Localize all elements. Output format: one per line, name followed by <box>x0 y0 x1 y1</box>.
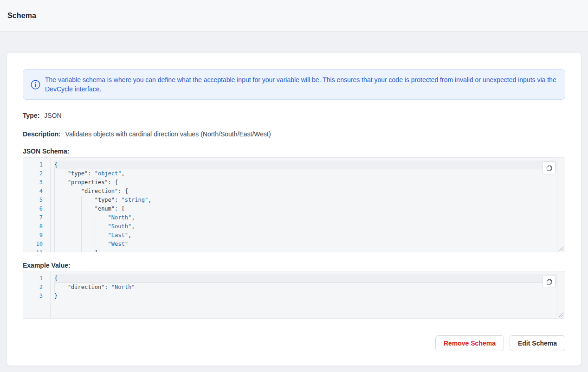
line-number: 8 <box>23 222 50 231</box>
code-line: "West" <box>54 240 557 249</box>
type-value: JSON <box>44 112 61 119</box>
alert-text: The variable schema is where you can def… <box>45 75 557 94</box>
line-number: 3 <box>23 292 50 301</box>
info-icon <box>31 80 40 90</box>
remove-schema-button[interactable]: Remove Schema <box>435 335 504 351</box>
description-label: Description: <box>23 130 61 138</box>
editor-right-divider <box>557 158 557 252</box>
schema-card: The variable schema is where you can def… <box>6 52 582 366</box>
json-schema-editor[interactable]: 1234567891011 { "type": "object", "prope… <box>23 157 565 252</box>
info-alert: The variable schema is where you can def… <box>23 69 565 100</box>
line-number: 6 <box>23 205 50 213</box>
edit-schema-button[interactable]: Edit Schema <box>510 335 565 351</box>
description-row: Description: Validates objects with card… <box>23 129 565 139</box>
line-number: 4 <box>23 187 50 196</box>
line-number: 1 <box>23 160 50 169</box>
line-number: 5 <box>23 196 50 205</box>
resize-grip-icon[interactable] <box>558 245 564 251</box>
editor-code-content[interactable]: { "direction": "North"} <box>51 271 557 318</box>
type-label: Type: <box>23 112 39 119</box>
example-value-label: Example Value: <box>23 262 71 269</box>
editor-gutter: 1234567891011 <box>23 158 51 252</box>
editor-right-divider <box>557 271 557 318</box>
code-line: "direction": "North" <box>54 283 557 292</box>
line-number: 2 <box>23 169 50 178</box>
code-line: "type": "string", <box>54 196 557 205</box>
type-row: Type: JSON <box>23 111 565 120</box>
code-line: { <box>54 274 557 283</box>
page-title: Schema <box>7 12 36 20</box>
code-line: "type": "object", <box>54 169 557 178</box>
action-buttons-row: Remove Schema Edit Schema <box>23 335 565 351</box>
line-number: 11 <box>23 249 50 252</box>
example-value-label-row: Example Value: <box>23 261 565 270</box>
line-number: 2 <box>23 283 50 292</box>
line-number: 3 <box>23 178 50 187</box>
code-line: "South", <box>54 222 557 231</box>
description-value: Validates objects with cardinal directio… <box>65 130 271 138</box>
copy-button[interactable] <box>543 275 556 288</box>
line-number: 7 <box>23 213 50 222</box>
editor-code-content[interactable]: { "type": "object", "properties": { "dir… <box>51 158 557 252</box>
json-schema-label: JSON Schema: <box>23 148 69 155</box>
code-line: } <box>54 292 557 301</box>
code-line: ] <box>54 249 557 252</box>
line-number: 1 <box>23 274 50 283</box>
resize-grip-icon[interactable] <box>558 312 564 317</box>
line-number: 10 <box>23 240 50 249</box>
code-line: "enum": [ <box>54 205 557 213</box>
json-schema-label-row: JSON Schema: <box>23 147 565 156</box>
line-number: 9 <box>23 231 50 240</box>
editor-gutter: 123 <box>23 271 51 318</box>
page-header: Schema <box>0 0 588 32</box>
code-line: "North", <box>54 213 557 222</box>
code-line: "properties": { <box>54 178 557 187</box>
main-content: The variable schema is where you can def… <box>0 32 588 372</box>
code-line: "East", <box>54 231 557 240</box>
copy-button[interactable] <box>543 161 556 174</box>
example-value-editor[interactable]: 123 { "direction": "North"} <box>23 271 565 319</box>
copy-icon <box>546 278 553 285</box>
copy-icon <box>546 165 553 172</box>
code-line: { <box>54 160 557 169</box>
code-line: "direction": { <box>54 187 557 196</box>
